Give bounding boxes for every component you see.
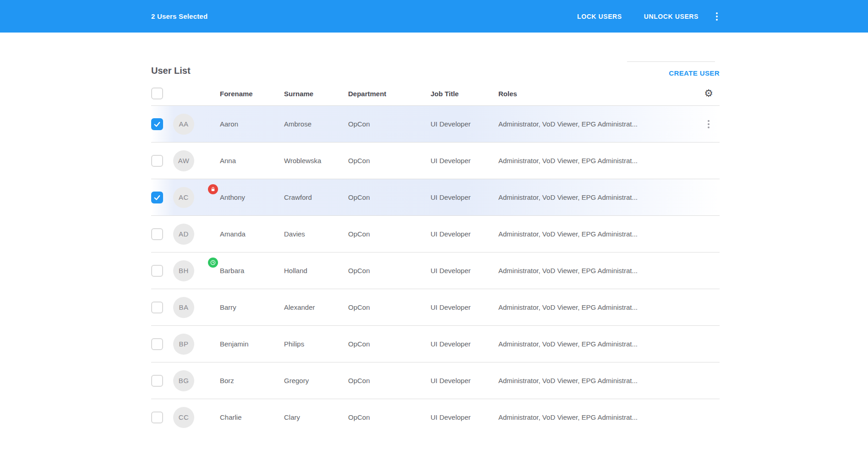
avatar: AC [173, 187, 194, 208]
avatar: AW [173, 150, 194, 171]
avatar-initials: BP [179, 340, 188, 348]
forename-cell: Charlie [220, 413, 284, 421]
roles-cell: Administrator, VoD Viewer, EPG Administr… [498, 267, 698, 274]
appbar-overflow-menu-icon[interactable] [711, 10, 722, 23]
job-title-cell: UI Developer [431, 413, 498, 421]
surname-cell: Clary [284, 413, 348, 421]
job-title-cell: UI Developer [431, 267, 498, 274]
avatar-cell: BP [173, 334, 220, 355]
avatar-initials: AA [179, 120, 188, 128]
job-title-cell: UI Developer [431, 157, 498, 165]
column-header-department: Department [348, 90, 431, 98]
avatar: AA [173, 114, 194, 135]
avatar-cell: BA [173, 297, 220, 318]
avatar-initials: BG [179, 377, 189, 384]
avatar-initials: AC [179, 193, 189, 201]
row-checkbox[interactable] [151, 228, 163, 240]
pending-badge-icon [208, 258, 218, 268]
table-row[interactable]: AW Anna Wroblewska OpCon UI Developer [151, 142, 720, 179]
table-row[interactable]: BG Borz Gregory OpCon UI Developer A [151, 362, 720, 399]
user-table-header: Forename Surname Department Job Title Ro… [151, 82, 720, 105]
forename-cell: Benjamin [220, 340, 284, 348]
avatar-cell: AC [173, 187, 220, 208]
avatar: CC [173, 407, 194, 428]
surname-cell: Alexander [284, 303, 348, 311]
roles-cell: Administrator, VoD Viewer, EPG Administr… [498, 120, 698, 128]
department-cell: OpCon [348, 230, 431, 238]
department-cell: OpCon [348, 377, 431, 384]
user-table-body: AA Aaron Ambrose OpCon UI Developer [151, 105, 720, 435]
surname-cell: Davies [284, 230, 348, 238]
roles-cell: Administrator, VoD Viewer, EPG Administr… [498, 230, 698, 238]
avatar: BA [173, 297, 194, 318]
column-header-surname: Surname [284, 90, 348, 98]
row-checkbox[interactable] [151, 302, 163, 313]
check-icon [153, 120, 161, 128]
department-cell: OpCon [348, 303, 431, 311]
lock-users-button[interactable]: LOCK USERS [576, 10, 623, 23]
row-checkbox[interactable] [151, 412, 163, 423]
page-title: User List [151, 66, 191, 82]
row-checkbox[interactable] [151, 118, 163, 130]
job-title-cell: UI Developer [431, 377, 498, 384]
department-cell: OpCon [348, 120, 431, 128]
table-settings-gear-icon[interactable]: ⚙ [703, 88, 714, 99]
unlock-users-button[interactable]: UNLOCK USERS [643, 10, 699, 23]
department-cell: OpCon [348, 413, 431, 421]
table-row[interactable]: AA Aaron Ambrose OpCon UI Developer [151, 105, 720, 142]
avatar-initials: BA [179, 303, 188, 311]
select-all-checkbox[interactable] [151, 88, 163, 99]
department-cell: OpCon [348, 193, 431, 201]
column-header-forename: Forename [220, 90, 284, 98]
page-header: User List CREATE USER [151, 33, 720, 82]
avatar-cell: CC [173, 407, 220, 428]
job-title-cell: UI Developer [431, 303, 498, 311]
create-user-button[interactable]: CREATE USER [669, 67, 720, 82]
forename-cell: Borz [220, 377, 284, 384]
avatar: AD [173, 224, 194, 245]
table-row[interactable]: AC Anthony Crawford OpCon UI Developer [151, 179, 720, 215]
forename-cell: Anthony [220, 193, 284, 201]
avatar-cell: BG [173, 370, 220, 391]
locked-badge-icon [208, 184, 218, 194]
forename-cell: Barbara [220, 267, 284, 274]
department-cell: OpCon [348, 340, 431, 348]
surname-cell: Philips [284, 340, 348, 348]
surname-cell: Gregory [284, 377, 348, 384]
avatar-initials: AD [179, 230, 189, 238]
app-bar: 2 Users Selected LOCK USERS UNLOCK USERS [0, 0, 868, 33]
table-row[interactable]: BH Barbara Holland OpCon UI Developer [151, 252, 720, 289]
column-header-job-title: Job Title [431, 90, 498, 98]
roles-cell: Administrator, VoD Viewer, EPG Administr… [498, 157, 698, 165]
forename-cell: Amanda [220, 230, 284, 238]
forename-cell: Barry [220, 303, 284, 311]
avatar-initials: AW [178, 157, 190, 165]
selection-count-text: 2 Users Selected [151, 12, 207, 20]
table-row[interactable]: BA Barry Alexander OpCon UI Developer [151, 289, 720, 325]
row-checkbox[interactable] [151, 155, 163, 167]
search-input[interactable] [627, 50, 715, 62]
job-title-cell: UI Developer [431, 120, 498, 128]
roles-cell: Administrator, VoD Viewer, EPG Administr… [498, 193, 698, 201]
job-title-cell: UI Developer [431, 193, 498, 201]
avatar-initials: CC [179, 413, 189, 421]
surname-cell: Crawford [284, 193, 348, 201]
avatar: BH [173, 260, 194, 281]
row-overflow-menu-icon[interactable] [703, 117, 714, 131]
row-checkbox[interactable] [151, 375, 163, 387]
main-content: User List CREATE USER Forename Surname D… [151, 33, 720, 435]
avatar: BG [173, 370, 194, 391]
avatar: BP [173, 334, 194, 355]
row-checkbox[interactable] [151, 265, 163, 277]
avatar-cell: AW [173, 150, 220, 171]
job-title-cell: UI Developer [431, 230, 498, 238]
table-row[interactable]: CC Charlie Clary OpCon UI Developer [151, 399, 720, 435]
surname-cell: Ambrose [284, 120, 348, 128]
row-checkbox[interactable] [151, 192, 163, 203]
table-row[interactable]: BP Benjamin Philips OpCon UI Developer [151, 325, 720, 362]
page-header-actions: CREATE USER [627, 50, 720, 82]
check-icon [153, 193, 161, 202]
table-row[interactable]: AD Amanda Davies OpCon UI Developer [151, 215, 720, 252]
avatar-cell: AD [173, 224, 220, 245]
row-checkbox[interactable] [151, 338, 163, 350]
